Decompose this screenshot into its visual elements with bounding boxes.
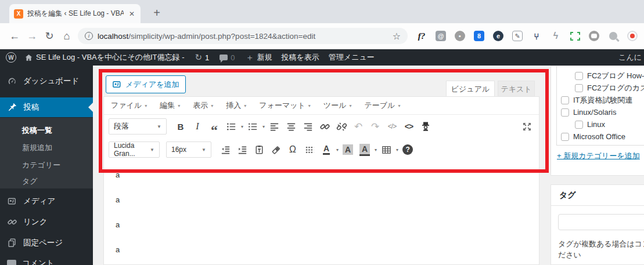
view-post-menu[interactable]: 投稿を表示	[282, 52, 319, 63]
highlight-color-button[interactable]: A	[340, 142, 355, 157]
menu-format[interactable]: フォーマット▾	[259, 100, 311, 111]
lightning-extension-icon[interactable]: ϟ	[550, 30, 562, 42]
function-extension-icon[interactable]: f?	[416, 30, 427, 42]
submenu-item-categories[interactable]: カテゴリー	[0, 157, 93, 174]
page-info-icon[interactable]: i	[85, 32, 93, 40]
bold-button[interactable]: B	[173, 119, 188, 134]
text-color-button[interactable]: A	[319, 142, 334, 157]
bezier-extension-icon[interactable]: ⑂	[531, 30, 542, 42]
updates-menu[interactable]: ↻ 1	[195, 52, 210, 63]
chevron-down-icon[interactable]: ▾	[375, 147, 377, 153]
help-button[interactable]: ?	[400, 142, 415, 157]
browser-tab[interactable]: X 投稿を編集 ‹ SE Life Log - VBAを中 ✕	[9, 4, 141, 23]
notes-extension-icon[interactable]: ✎	[512, 30, 523, 42]
chevron-down-icon[interactable]: ▾	[336, 147, 339, 153]
sidebar-item-media[interactable]: メディア	[0, 191, 93, 211]
sidebar-item-links[interactable]: リンク	[0, 212, 93, 232]
code-block-button[interactable]: <>	[401, 119, 416, 134]
category-row[interactable]: Microsoft Office	[557, 130, 644, 143]
line-extension-icon[interactable]	[588, 30, 600, 42]
chevron-down-icon[interactable]: ▾	[262, 124, 265, 129]
category-row[interactable]: Linux/Solaris	[557, 106, 644, 118]
checkbox-icon[interactable]	[561, 108, 569, 117]
menu-edit[interactable]: 編集▾	[160, 100, 180, 111]
bookmark-star-icon[interactable]: ☆	[393, 31, 401, 42]
persona-button[interactable]	[418, 119, 433, 134]
comments-menu[interactable]: 0	[220, 53, 235, 62]
numbered-list-button[interactable]	[245, 119, 260, 134]
editor-content-area[interactable]: a a a a	[104, 162, 539, 264]
checkbox-icon[interactable]	[575, 84, 583, 92]
chevron-down-icon[interactable]: ▾	[396, 147, 398, 153]
sidebar-item-pages[interactable]: 固定ページ	[0, 233, 93, 253]
italic-button[interactable]: I	[190, 119, 205, 134]
lightbulb-extension-icon[interactable]	[607, 30, 619, 42]
paste-as-text-button[interactable]	[251, 142, 267, 157]
checkbox-icon[interactable]	[561, 133, 569, 141]
checkbox-icon[interactable]	[561, 96, 569, 104]
address-bar[interactable]: i localhost/simplicity/wp-admin/post.php…	[78, 28, 408, 44]
align-left-button[interactable]	[267, 119, 282, 134]
chevron-down-icon[interactable]: ▾	[241, 124, 243, 129]
site-name-menu[interactable]: SE Life Log - VBAを中心にその他IT備忘録 -	[24, 52, 185, 63]
tab-close-icon[interactable]: ✕	[128, 9, 136, 19]
submenu-item-add-new[interactable]: 新規追加	[0, 139, 93, 157]
font-family-select[interactable]: Lucida Gran...▼	[109, 141, 160, 158]
reload-icon[interactable]: ↻	[41, 27, 58, 45]
new-content-menu[interactable]: ＋ 新規	[246, 52, 272, 63]
fullscreen-button[interactable]	[519, 119, 534, 134]
sidebar-item-comments[interactable]: コメント	[0, 253, 93, 265]
address-book-extension-icon[interactable]: @	[435, 30, 447, 42]
tag-input[interactable]	[558, 214, 644, 230]
admin-menu-item[interactable]: 管理メニュー	[329, 52, 375, 63]
outdent-button[interactable]	[218, 142, 233, 157]
menu-file[interactable]: ファイル▾	[111, 100, 147, 111]
inline-code-button[interactable]: </>	[384, 119, 400, 134]
read-more-tag-button[interactable]	[302, 142, 317, 157]
category-row[interactable]: IT系資格試験関連	[557, 94, 644, 106]
blockquote-button[interactable]: “	[207, 119, 222, 134]
add-new-category-link[interactable]: + 新規カテゴリーを追加	[557, 151, 640, 161]
paragraph-format-select[interactable]: 段落▼	[109, 118, 167, 135]
menu-view[interactable]: 表示▾	[193, 100, 213, 111]
undo-button[interactable]: ↶	[351, 119, 366, 134]
tag-extension-icon[interactable]: 8	[473, 30, 485, 42]
back-icon[interactable]: ←	[6, 27, 23, 45]
checkbox-icon[interactable]	[575, 121, 583, 129]
howdy-greeting[interactable]: こんに	[618, 52, 642, 63]
indent-button[interactable]	[235, 142, 250, 157]
bullet-list-button[interactable]	[224, 119, 239, 134]
tab-visual[interactable]: ビジュアル	[446, 81, 495, 97]
submenu-item-tags[interactable]: タグ	[0, 173, 93, 190]
record-extension-icon[interactable]	[627, 30, 638, 42]
pushbullet-extension-icon[interactable]: ▪	[454, 30, 466, 42]
home-icon[interactable]: ⌂	[58, 27, 75, 45]
special-character-button[interactable]: Ω	[285, 142, 300, 157]
category-row[interactable]: Linux	[557, 118, 644, 130]
menu-insert[interactable]: 挿入▾	[226, 100, 246, 111]
checkbox-icon[interactable]	[575, 72, 583, 80]
forward-icon[interactable]: →	[23, 27, 41, 45]
redo-button[interactable]: ↷	[368, 119, 383, 134]
submenu-item-all-posts[interactable]: 投稿一覧	[0, 122, 93, 139]
category-row[interactable]: FC2ブログのカス	[557, 82, 644, 94]
font-size-select[interactable]: 16px▼	[166, 141, 211, 158]
background-color-button[interactable]: A	[357, 142, 372, 157]
table-button[interactable]	[379, 142, 394, 157]
sidebar-item-posts[interactable]: 投稿	[0, 97, 93, 117]
align-center-button[interactable]	[283, 119, 298, 134]
screenshot-extension-icon[interactable]	[569, 30, 581, 42]
sidebar-item-dashboard[interactable]: ダッシュボード	[0, 71, 93, 91]
menu-tools[interactable]: ツール▾	[323, 100, 352, 111]
wp-logo-icon[interactable]: W	[6, 52, 16, 63]
align-right-button[interactable]	[300, 119, 315, 134]
tab-text[interactable]: テキスト	[498, 81, 535, 97]
new-tab-button[interactable]: +	[149, 5, 165, 21]
tags-metabox-title[interactable]: タグ	[551, 185, 644, 206]
insert-link-button[interactable]	[317, 119, 332, 134]
evernote-extension-icon[interactable]: e	[492, 30, 504, 42]
clear-formatting-button[interactable]	[268, 142, 283, 157]
category-row[interactable]: FC2ブログ How-	[557, 70, 644, 82]
add-media-button[interactable]: メディアを追加	[106, 75, 186, 93]
remove-link-button[interactable]	[334, 119, 349, 134]
